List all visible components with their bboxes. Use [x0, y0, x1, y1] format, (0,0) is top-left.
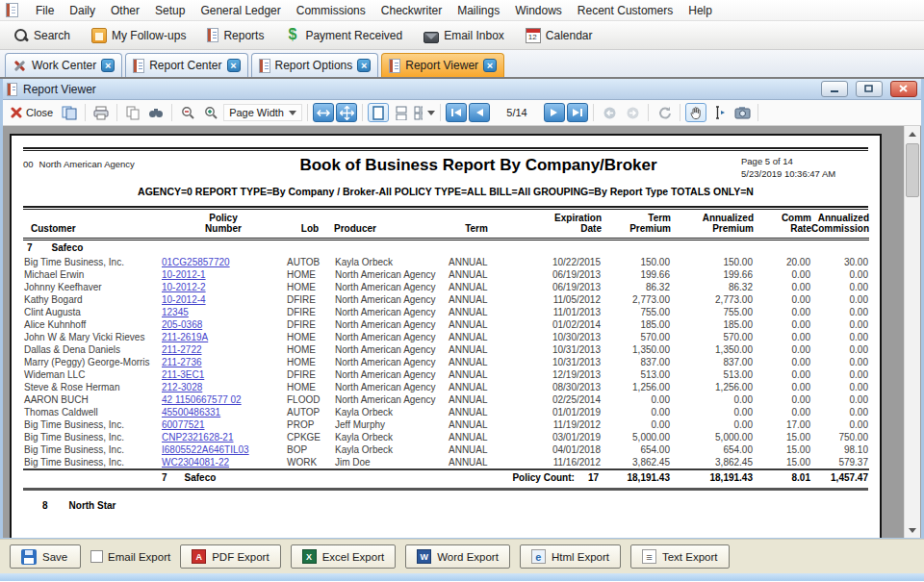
comm-rate-cell: 17.00: [754, 418, 811, 431]
menu-item[interactable]: Windows: [507, 1, 570, 20]
term-premium-cell: 199.66: [602, 268, 671, 281]
previous-page-button[interactable]: [469, 103, 490, 122]
expiration-cell: 11/19/2012: [505, 418, 602, 431]
group-header-row: 7Safeco: [23, 240, 869, 256]
export-format-button[interactable]: Excel Export: [291, 544, 397, 569]
policy-link[interactable]: 01CG25857720: [162, 257, 230, 267]
customer-cell: Alice Kuhnhoff: [23, 318, 161, 331]
export-button[interactable]: [59, 103, 80, 122]
email-export-checkbox[interactable]: [90, 550, 103, 563]
find-button[interactable]: [145, 103, 167, 122]
policy-link[interactable]: 12345: [162, 307, 189, 317]
single-page-view-button[interactable]: [368, 103, 389, 122]
policy-link[interactable]: 211-2619A: [162, 332, 208, 342]
comm-rate-cell: 0.00: [754, 268, 811, 281]
shortcut-button[interactable]: Reports: [201, 25, 270, 45]
tab[interactable]: Work Center ×: [5, 53, 122, 77]
expiration-cell: 11/16/2012: [505, 456, 602, 469]
policy-link[interactable]: 10-2012-4: [162, 294, 206, 305]
snapshot-button[interactable]: [732, 103, 753, 122]
shortcut-button[interactable]: Calendar: [520, 25, 599, 46]
zoom-in-button[interactable]: [200, 103, 221, 122]
last-page-button[interactable]: [567, 103, 588, 122]
history-forward-button[interactable]: [622, 103, 643, 122]
export-format-button[interactable]: Word Export: [405, 544, 510, 569]
shortcut-button[interactable]: Email Inbox: [418, 26, 510, 45]
email-export-option[interactable]: Email Export: [90, 550, 170, 563]
menu-item[interactable]: Commissions: [289, 1, 373, 20]
policy-link[interactable]: I6805522A646TIL03: [162, 444, 249, 455]
policy-link[interactable]: 45500486331: [162, 407, 220, 418]
commission-cell: 0.00: [811, 343, 869, 356]
zoom-out-button[interactable]: [177, 103, 198, 122]
policy-link[interactable]: 211-2722: [162, 344, 202, 355]
tab-label: Report Viewer: [405, 59, 478, 72]
export-format-button[interactable]: PDF Export: [180, 544, 280, 569]
policy-link[interactable]: WC2304081-22: [162, 457, 229, 468]
continuous-view-button[interactable]: [391, 103, 412, 122]
lob-cell: DFIRE: [286, 293, 334, 306]
close-window-button[interactable]: [890, 81, 917, 97]
menu-item[interactable]: Mailings: [449, 1, 507, 20]
menu-item[interactable]: Setup: [147, 1, 192, 20]
policy-link[interactable]: 42 1150667577 02: [162, 394, 242, 405]
fit-page-button[interactable]: [336, 103, 357, 122]
customer-cell: Thomas Caldwell: [23, 406, 161, 418]
menu-item[interactable]: General Ledger: [192, 1, 288, 20]
policy-link[interactable]: 211-2736: [162, 357, 202, 367]
export-format-button[interactable]: Text Export: [630, 544, 730, 569]
report-top-rule: [23, 147, 868, 151]
pan-tool-button[interactable]: [685, 103, 706, 122]
policy-row: Kathy Bogard 10-2012-4 DFIRE North Ameri…: [23, 293, 869, 306]
tab-close-button[interactable]: ×: [101, 59, 115, 72]
term-cell: ANNUAL: [448, 356, 505, 368]
history-back-button[interactable]: [599, 103, 620, 122]
tab-close-button[interactable]: ×: [227, 59, 241, 72]
producer-cell: North American Agency: [334, 331, 448, 343]
comm-rate-cell: 0.00: [754, 381, 811, 393]
tab[interactable]: Report Viewer ×: [381, 53, 504, 77]
policy-link[interactable]: 10-2012-2: [162, 282, 206, 292]
agency-code: 00: [23, 159, 34, 169]
refresh-button[interactable]: [654, 103, 675, 122]
shortcut-button[interactable]: My Follow-ups: [86, 25, 192, 46]
scroll-up-button[interactable]: [905, 126, 920, 141]
menu-item[interactable]: Daily: [62, 1, 103, 20]
menu-item[interactable]: Checkwriter: [373, 1, 449, 20]
menu-item[interactable]: File: [28, 1, 62, 20]
tab[interactable]: Report Options ×: [251, 53, 379, 77]
term-premium-cell: 1,350.00: [602, 343, 671, 356]
shortcut-button[interactable]: Search: [8, 25, 76, 46]
next-page-button[interactable]: [544, 103, 565, 122]
close-report-button[interactable]: Close: [7, 105, 57, 120]
policy-link[interactable]: CNP2321628-21: [162, 432, 234, 443]
policy-link[interactable]: 10-2012-1: [162, 269, 206, 280]
vertical-scrollbar[interactable]: [904, 126, 920, 538]
shortcut-button[interactable]: Payment Received: [279, 25, 408, 46]
menu-item[interactable]: Other: [103, 1, 147, 20]
menu-item[interactable]: Help: [680, 1, 720, 20]
tab-close-button[interactable]: ×: [483, 59, 497, 72]
export-format-button[interactable]: Html Export: [520, 544, 621, 569]
fit-width-button[interactable]: [313, 103, 334, 122]
policy-link[interactable]: 211-3EC1: [162, 369, 204, 380]
multi-page-view-button[interactable]: [414, 103, 435, 122]
policy-cell: 10-2012-4: [161, 293, 286, 306]
first-page-button[interactable]: [446, 103, 467, 122]
scroll-thumb[interactable]: [906, 143, 919, 197]
scroll-down-button[interactable]: [905, 522, 920, 538]
save-button[interactable]: Save: [10, 544, 81, 569]
print-button[interactable]: [90, 103, 112, 122]
tab-close-button[interactable]: ×: [357, 59, 371, 72]
lob-cell: FLOOD: [286, 393, 334, 406]
copy-button[interactable]: [122, 103, 143, 122]
maximize-button[interactable]: [856, 81, 883, 97]
tab[interactable]: Report Center ×: [125, 53, 247, 77]
minimize-button[interactable]: [821, 81, 848, 97]
text-select-tool-button[interactable]: [708, 103, 730, 122]
policy-link[interactable]: 212-3028: [162, 382, 202, 392]
menu-item[interactable]: Recent Customers: [570, 1, 680, 20]
policy-link[interactable]: 205-0368: [162, 319, 202, 330]
zoom-level-dropdown[interactable]: Page Width: [223, 104, 302, 121]
policy-link[interactable]: 60077521: [162, 419, 205, 430]
